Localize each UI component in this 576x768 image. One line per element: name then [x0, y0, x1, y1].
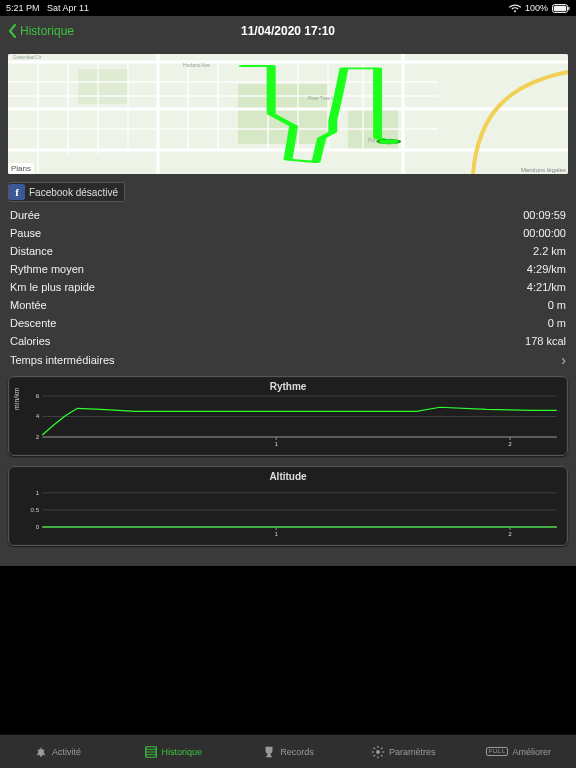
stat-row-3: Rythme moyen4:29/km: [0, 260, 576, 278]
battery-icon: [552, 4, 570, 13]
svg-line-63: [374, 755, 375, 756]
status-time: 5:21 PM: [6, 3, 40, 13]
pace-chart[interactable]: min/km 24612: [15, 394, 561, 449]
activite-icon: [34, 745, 48, 759]
splits-label: Temps intermédiaires: [10, 354, 115, 366]
stat-value: 00:09:59: [523, 209, 566, 221]
charts-area: Rythme min/km 24612 Altitude 00.5112: [0, 370, 576, 566]
tab-label: Records: [280, 747, 314, 757]
share-row: f Facebook désactivé: [0, 182, 576, 206]
map-container: Harland Ave Pear Tree Ln Portal Park Gre…: [0, 46, 576, 182]
pace-title: Rythme: [15, 381, 561, 392]
stat-value: 178 kcal: [525, 335, 566, 347]
svg-text:4: 4: [36, 413, 40, 420]
tab-label: Paramètres: [389, 747, 436, 757]
facebook-toggle[interactable]: f Facebook désactivé: [8, 182, 125, 202]
historique-icon: [144, 745, 158, 759]
stat-label: Calories: [10, 335, 50, 347]
tab-historique[interactable]: Historique: [115, 735, 230, 768]
altitude-chart[interactable]: 00.5112: [15, 484, 561, 539]
wifi-icon: [509, 4, 521, 13]
route-map[interactable]: Harland Ave Pear Tree Ln Portal Park Gre…: [8, 54, 568, 174]
stat-value: 00:00:00: [523, 227, 566, 239]
stat-label: Durée: [10, 209, 40, 221]
stat-row-4: Km le plus rapide4:21/km: [0, 278, 576, 296]
stat-row-5: Montée0 m: [0, 296, 576, 314]
stat-label: Montée: [10, 299, 47, 311]
svg-line-61: [374, 747, 375, 748]
stat-row-7: Calories178 kcal: [0, 332, 576, 350]
stat-row-0: Durée00:09:59: [0, 206, 576, 224]
route-overlay: [8, 54, 568, 174]
stat-row-2: Distance2.2 km: [0, 242, 576, 260]
status-left: 5:21 PM Sat Apr 11: [6, 3, 89, 13]
tab-label: Améliorer: [512, 747, 551, 757]
stat-label: Descente: [10, 317, 56, 329]
svg-text:2: 2: [508, 440, 512, 447]
stat-label: Pause: [10, 227, 41, 239]
stat-label: Km le plus rapide: [10, 281, 95, 293]
stat-value: 4:29/km: [527, 263, 566, 275]
tab-records[interactable]: Records: [230, 735, 345, 768]
stat-value: 2.2 km: [533, 245, 566, 257]
svg-text:0: 0: [36, 523, 40, 530]
stats-list: Durée00:09:59Pause00:00:00Distance2.2 km…: [0, 206, 576, 350]
tab-parametres[interactable]: Paramètres: [346, 735, 461, 768]
tab-ameliorer[interactable]: FULLAméliorer: [461, 735, 576, 768]
svg-text:1: 1: [36, 489, 40, 496]
stat-label: Distance: [10, 245, 53, 257]
stat-value: 0 m: [548, 299, 566, 311]
svg-text:2: 2: [508, 530, 512, 537]
records-icon: [262, 745, 276, 759]
svg-point-56: [376, 750, 380, 754]
chevron-right-icon: ›: [561, 353, 566, 367]
svg-line-64: [381, 747, 382, 748]
chevron-left-icon: [8, 24, 18, 38]
back-label: Historique: [20, 24, 74, 38]
tab-activite[interactable]: Activité: [0, 735, 115, 768]
svg-line-62: [381, 755, 382, 756]
full-badge: FULL: [486, 747, 509, 756]
svg-point-29: [378, 139, 400, 144]
pace-ylabel: min/km: [13, 387, 20, 410]
tab-bar: ActivitéHistoriqueRecordsParamètresFULLA…: [0, 734, 576, 768]
main-content: Harland Ave Pear Tree Ln Portal Park Gre…: [0, 46, 576, 566]
stat-row-1: Pause00:00:00: [0, 224, 576, 242]
facebook-icon: f: [9, 184, 25, 200]
svg-text:0.5: 0.5: [30, 506, 39, 513]
page-title: 11/04/2020 17:10: [241, 24, 335, 38]
stat-value: 0 m: [548, 317, 566, 329]
back-button[interactable]: Historique: [8, 24, 74, 38]
status-bar: 5:21 PM Sat Apr 11 100%: [0, 0, 576, 16]
tab-label: Historique: [162, 747, 203, 757]
stat-value: 4:21/km: [527, 281, 566, 293]
nav-bar: Historique 11/04/2020 17:10: [0, 16, 576, 46]
svg-text:2: 2: [36, 433, 40, 440]
splits-row[interactable]: Temps intermédiaires ›: [0, 350, 576, 370]
altitude-panel: Altitude 00.5112: [8, 466, 568, 546]
parametres-icon: [371, 745, 385, 759]
stat-label: Rythme moyen: [10, 263, 84, 275]
svg-text:1: 1: [274, 530, 278, 537]
facebook-label: Facebook désactivé: [29, 187, 118, 198]
map-legal[interactable]: Mentions légales: [521, 167, 566, 173]
svg-text:6: 6: [36, 394, 40, 399]
tab-label: Activité: [52, 747, 81, 757]
battery-pct: 100%: [525, 3, 548, 13]
pace-panel: Rythme min/km 24612: [8, 376, 568, 456]
svg-rect-2: [568, 6, 569, 9]
map-provider-badge: Plans: [8, 163, 34, 174]
status-date: Sat Apr 11: [47, 3, 89, 13]
svg-text:1: 1: [274, 440, 278, 447]
svg-rect-1: [554, 5, 566, 10]
stat-row-6: Descente0 m: [0, 314, 576, 332]
altitude-title: Altitude: [15, 471, 561, 482]
status-right: 100%: [509, 3, 570, 13]
